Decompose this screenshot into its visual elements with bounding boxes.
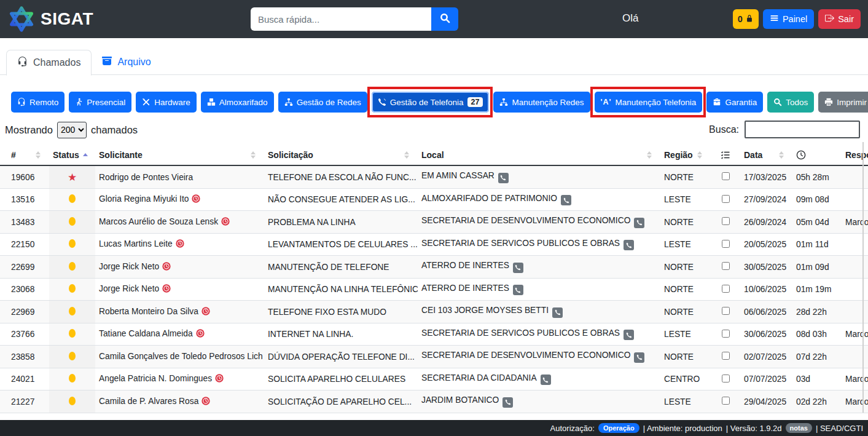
row-checkbox[interactable]	[722, 172, 730, 180]
local-text: SECRETARIA DE SERVICOS PUBLICOS E OBRAS	[421, 328, 620, 338]
sort-icons[interactable]	[36, 151, 41, 159]
solicitacao-text: INTERNET NA LINHA.	[268, 330, 353, 339]
phone-badge-icon[interactable]	[513, 263, 523, 273]
filter-manutencao-telefonia-button[interactable]: 'A' Manutenção Telefonia	[595, 92, 703, 113]
sort-icons[interactable]	[697, 151, 702, 159]
header-solicitacao[interactable]: Solicitação	[264, 145, 418, 165]
header-select[interactable]	[711, 145, 740, 165]
filter-gestao-telefonia-button[interactable]: Gestão de Telefonia 27	[372, 92, 490, 113]
header-tempo[interactable]	[792, 145, 842, 165]
filter-garantia-button[interactable]: Garantia	[706, 92, 763, 113]
phone-badge-icon[interactable]	[541, 375, 551, 385]
row-checkbox[interactable]	[722, 352, 730, 360]
phone-badge-icon[interactable]	[513, 285, 523, 295]
tab-arquivo[interactable]: Arquivo	[92, 49, 161, 75]
sort-asc-icon[interactable]	[83, 153, 88, 156]
filter-hardware-button[interactable]: Hardware	[136, 92, 197, 113]
data-text: 26/09/2024	[744, 218, 786, 227]
data-cell: 17/03/2025	[740, 165, 792, 188]
header-data[interactable]: Data	[740, 145, 792, 165]
row-checkbox[interactable]	[722, 397, 730, 405]
header-id[interactable]: #	[0, 145, 49, 165]
table-row[interactable]: 22969 Roberta Monteiro Da Silva TELEFONE…	[0, 301, 868, 323]
lock-count-button[interactable]: 0	[733, 9, 759, 29]
phone-badge-icon[interactable]	[634, 218, 644, 228]
header-status[interactable]: Status	[49, 145, 95, 165]
solicitacao-cell: MANUTENÇÃO DE TELEFONE	[264, 256, 418, 279]
table-row[interactable]: 23766 Tatiane Caldana Almeida INTERNET N…	[0, 323, 868, 346]
table-row[interactable]: 13483 Marcos Aurélio de Souza Lensk PROB…	[0, 211, 868, 234]
filter-label: Hardware	[154, 98, 190, 107]
filter-gestao-redes-button[interactable]: Gestão de Redes	[278, 92, 367, 113]
row-checkbox[interactable]	[722, 195, 730, 203]
regiao-text: NORTE	[664, 352, 694, 362]
local-cell: JARDIM BOTANICO	[418, 390, 660, 413]
table-search-input[interactable]	[745, 121, 860, 138]
row-checkbox[interactable]	[722, 240, 730, 248]
late-clock-icon	[196, 329, 205, 339]
status-open-icon	[69, 262, 76, 271]
filter-remoto-button[interactable]: Remoto	[11, 92, 65, 113]
row-checkbox[interactable]	[722, 262, 730, 270]
row-checkbox[interactable]	[722, 375, 730, 382]
sort-icons[interactable]	[404, 151, 409, 159]
filter-manutencao-redes-button[interactable]: Manutenção Redes	[493, 92, 590, 113]
regiao-text: NORTE	[664, 263, 694, 272]
filter-label: Garantia	[725, 98, 757, 107]
page-size-select[interactable]: 200	[57, 122, 87, 138]
filter-label: Gestão de Telefonia	[390, 98, 464, 107]
network-icon	[284, 98, 293, 106]
sair-button[interactable]: Sair	[818, 9, 861, 29]
status-cell	[49, 346, 95, 368]
sort-icons[interactable]	[251, 151, 256, 159]
phone-badge-icon[interactable]	[502, 397, 513, 408]
header-responsavel[interactable]: Responsável	[842, 145, 868, 165]
local-cell: ATERRO DE INERTES	[418, 278, 660, 301]
phone-badge-icon[interactable]	[552, 307, 563, 318]
imprimir-button[interactable]: Imprimir	[818, 92, 868, 113]
row-checkbox[interactable]	[722, 307, 730, 315]
table-row[interactable]: 23858 Camila Gonçalves de Toledo Pedroso…	[0, 346, 868, 368]
sort-icons[interactable]	[779, 151, 784, 159]
table-row[interactable]: 13516 Gloria Regina Miyuki Ito NÃO CONSE…	[0, 188, 868, 211]
table-row[interactable]: 24021 Angela Patricia N. Domingues SOLIC…	[0, 368, 868, 390]
filter-todos-button[interactable]: Todos	[767, 92, 814, 113]
table-row[interactable]: 19606 ★ Rodrigo de Pontes Vieira TELEFON…	[0, 165, 868, 188]
status-cell	[49, 390, 95, 413]
solicitante-name: Marcos Aurélio de Souza Lensk	[99, 217, 218, 226]
filter-almoxarifado-button[interactable]: Almoxarifado	[201, 92, 274, 113]
notas-badge[interactable]: notas	[786, 423, 812, 433]
phone-badge-icon[interactable]	[624, 240, 634, 250]
select-cell	[711, 278, 740, 301]
header-regiao[interactable]: Região	[660, 145, 711, 165]
painel-button[interactable]: Painel	[763, 9, 814, 29]
quick-search-button[interactable]	[431, 7, 458, 31]
gestao-telefonia-annotated: Gestão de Telefonia 27	[372, 92, 490, 113]
table-row[interactable]: 22699 Jorge Rick Neto MANUTENÇÃO DE TELE…	[0, 256, 868, 279]
filter-presencial-button[interactable]: Presencial	[69, 92, 131, 113]
local-cell: SECRETARIA DA CIDADANIA	[418, 368, 660, 390]
search-icon	[773, 98, 782, 106]
header-solicitante[interactable]: Solicitante	[95, 145, 264, 165]
local-text: CEI 103 JORGE MOYSES BETTI	[421, 306, 549, 315]
row-checkbox[interactable]	[722, 330, 730, 338]
header-local[interactable]: Local	[418, 145, 660, 165]
phone-badge-icon[interactable]	[561, 195, 571, 205]
phone-badge-icon[interactable]	[624, 330, 634, 340]
tab-chamados[interactable]: Chamados	[6, 50, 92, 76]
row-checkbox[interactable]	[722, 217, 730, 225]
row-checkbox[interactable]	[722, 285, 730, 293]
table-row[interactable]: 22150 Lucas Martins Leite LEVANTAMENTOS …	[0, 233, 868, 256]
responsavel-text: Marcos A	[845, 375, 868, 384]
table-row[interactable]: 21227 Camila de P. Alvares Rosa SOLICITA…	[0, 390, 868, 413]
solicitante-cell: Gloria Regina Miyuki Ito	[95, 188, 264, 211]
table-row[interactable]: 23068 Jorge Rick Neto MANUTENÇÃO NA LINH…	[0, 278, 868, 301]
ticket-id: 23766	[0, 323, 49, 346]
quick-search-input[interactable]	[251, 7, 431, 31]
brand[interactable]: SIGAT	[9, 6, 93, 32]
phone-badge-icon[interactable]	[634, 352, 644, 363]
sort-icons[interactable]	[647, 151, 652, 159]
data-text: 02/07/2025	[744, 352, 786, 362]
phone-badge-icon[interactable]	[498, 173, 509, 183]
data-cell: 20/05/2025	[740, 233, 792, 256]
